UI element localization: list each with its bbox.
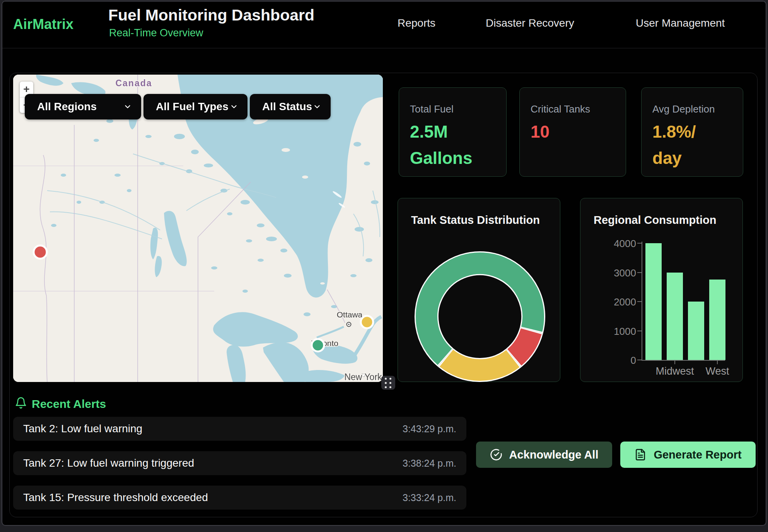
acknowledge-all-button[interactable]: Acknowledge All <box>476 442 612 468</box>
header: AirMatrix Fuel Monitoring Dashboard Real… <box>2 2 766 48</box>
kpi-label: Total Fuel <box>410 103 454 115</box>
file-text-icon <box>634 448 647 461</box>
x-tick-label: West <box>690 365 744 377</box>
status-filter-dropdown[interactable]: All Status <box>250 94 331 119</box>
bar <box>709 280 725 360</box>
y-tick-label: 3000 <box>602 267 636 279</box>
generate-report-label: Generate Report <box>654 448 741 461</box>
app-logo: AirMatrix <box>13 16 73 32</box>
map-marker-critical[interactable] <box>34 246 47 259</box>
bar <box>645 243 662 360</box>
nav-item-user-management[interactable]: User Management <box>636 17 725 29</box>
kpi-value: 1.8%/day <box>652 119 696 171</box>
alert-text: Tank 27: Low fuel warning triggered <box>23 457 194 469</box>
regional-consumption-bar-chart: 01000200030004000MidwestWest <box>580 198 743 382</box>
acknowledge-all-label: Acknowledge All <box>509 448 599 461</box>
alert-timestamp: 3:38:24 p.m. <box>403 458 456 469</box>
y-tick-mark <box>637 301 642 302</box>
nav-item-reports[interactable]: Reports <box>398 17 435 29</box>
region-filter-dropdown[interactable]: All Regions <box>25 94 141 119</box>
city-dot-center <box>348 324 350 325</box>
map-canvas: Canada Ottawa Toronto New York <box>13 75 383 382</box>
bar <box>688 302 704 360</box>
y-tick-mark <box>637 360 642 360</box>
map-resize-handle[interactable] <box>381 376 395 390</box>
chevron-down-icon <box>313 102 321 111</box>
nav-item-disaster-recovery[interactable]: Disaster Recovery <box>486 17 574 29</box>
dashboard-window: AirMatrix Fuel Monitoring Dashboard Real… <box>2 1 766 526</box>
kpi-label: Avg Depletion <box>652 103 715 115</box>
donut-chart-title: Tank Status Distribution <box>411 214 540 227</box>
alert-text: Tank 15: Pressure threshold exceeded <box>23 491 208 504</box>
tank-status-donut-chart <box>407 244 553 389</box>
region-filter-value: All Regions <box>37 101 97 113</box>
map-marker-normal[interactable] <box>312 339 324 351</box>
alert-row: Tank 15: Pressure threshold exceeded 3:3… <box>13 486 466 510</box>
map[interactable]: Canada Ottawa Toronto New York + − All R… <box>13 75 383 382</box>
map-label-new-york: New York <box>344 372 382 382</box>
chevron-down-icon <box>123 102 132 111</box>
x-tick-mark <box>717 361 718 364</box>
kpi-value: 2.5MGallons <box>410 119 472 171</box>
alert-row: Tank 2: Low fuel warning 3:43:29 p.m. <box>13 417 466 441</box>
kpi-card-critical-tanks: Critical Tanks 10 <box>519 87 626 177</box>
map-marker-warning[interactable] <box>361 316 373 328</box>
fuel-type-filter-value: All Fuel Types <box>156 101 229 113</box>
kpi-card-avg-depletion: Avg Depletion 1.8%/day <box>641 87 743 177</box>
x-tick-mark <box>674 361 675 364</box>
kpi-label: Critical Tanks <box>531 103 590 115</box>
alert-timestamp: 3:43:29 p.m. <box>403 423 456 435</box>
alert-text: Tank 2: Low fuel warning <box>23 423 142 435</box>
bar <box>667 273 683 360</box>
y-tick-label: 2000 <box>602 296 636 308</box>
kpi-value: 10 <box>531 119 550 145</box>
y-tick-label: 1000 <box>602 326 636 338</box>
y-tick-label: 0 <box>602 355 636 367</box>
kpi-card-total-fuel: Total Fuel 2.5MGallons <box>399 87 507 177</box>
tank-status-distribution-card: Tank Status Distribution <box>398 198 560 382</box>
generate-report-button[interactable]: Generate Report <box>620 442 756 468</box>
regional-consumption-card: Regional Consumption 01000200030004000Mi… <box>580 198 743 382</box>
y-tick-label: 4000 <box>602 238 636 250</box>
y-tick-mark <box>637 272 642 273</box>
page-subtitle: Real-Time Overview <box>109 27 203 39</box>
y-tick-mark <box>637 331 642 331</box>
alert-timestamp: 3:33:24 p.m. <box>403 492 456 503</box>
status-filter-value: All Status <box>262 101 312 113</box>
y-tick-mark <box>637 243 642 244</box>
map-label-ottawa: Ottawa <box>337 310 363 319</box>
alert-row: Tank 27: Low fuel warning triggered 3:38… <box>13 451 466 475</box>
check-circle-icon <box>490 448 502 461</box>
chevron-down-icon <box>230 102 238 111</box>
fuel-type-filter-dropdown[interactable]: All Fuel Types <box>143 94 247 119</box>
map-label-canada: Canada <box>115 78 152 88</box>
page-title: Fuel Monitoring Dashboard <box>108 6 314 24</box>
bell-icon <box>15 397 27 409</box>
recent-alerts-title: Recent Alerts <box>32 397 106 411</box>
